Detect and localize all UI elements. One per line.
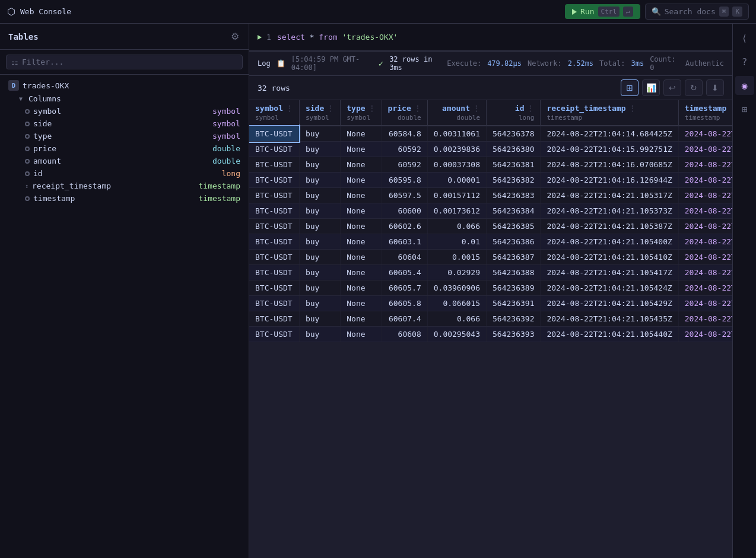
cell-timestamp[interactable]: 2024-08-22T21:04:20.968000Z [678, 296, 732, 311]
cell-amount[interactable]: 0.02929 [427, 265, 486, 280]
cell-amount[interactable]: 0.00173612 [427, 203, 486, 219]
cell-price[interactable]: 60592 [382, 157, 427, 173]
table-row[interactable]: BTC-USDTbuyNone606080.002950435642363932… [249, 327, 732, 342]
download-button[interactable]: ⬇ [706, 79, 724, 96]
cell-type[interactable]: None [341, 234, 382, 250]
cell-receipt-timestamp[interactable]: 2024-08-22T21:04:21.105440Z [541, 327, 678, 342]
cell-amount[interactable]: 0.00239836 [427, 142, 486, 157]
cell-id[interactable]: 564236380 [487, 142, 541, 157]
cell-type[interactable]: None [341, 250, 382, 265]
th-amount[interactable]: amount⋮ double [427, 100, 486, 126]
cell-price[interactable]: 60603.1 [382, 234, 427, 250]
cell-receipt-timestamp[interactable]: 2024-08-22T21:04:16.070685Z [541, 157, 678, 173]
cell-receipt-timestamp[interactable]: 2024-08-22T21:04:15.992751Z [541, 142, 678, 157]
cell-amount[interactable]: 0.066015 [427, 296, 486, 311]
col-item-id[interactable]: id long [0, 167, 249, 180]
help-icon[interactable]: ? [735, 52, 754, 71]
cell-price[interactable]: 60604 [382, 250, 427, 265]
cell-symbol[interactable]: BTC-USDT [249, 203, 299, 219]
cell-price[interactable]: 60605.8 [382, 296, 427, 311]
cell-type[interactable]: None [341, 203, 382, 219]
cell-type[interactable]: None [341, 126, 382, 142]
cell-id[interactable]: 564236385 [487, 219, 541, 234]
cell-symbol[interactable]: BTC-USDT [249, 296, 299, 311]
col-item-amount[interactable]: amount double [0, 155, 249, 167]
table-row[interactable]: BTC-USDTbuyNone60595.80.0000156423638220… [249, 173, 732, 188]
cell-receipt-timestamp[interactable]: 2024-08-22T21:04:14.684425Z [541, 126, 678, 142]
columns-section[interactable]: ▼ Columns [0, 93, 249, 105]
cell-timestamp[interactable]: 2024-08-22T21:04:14.555000Z [678, 126, 732, 142]
col-item-type[interactable]: type symbol [0, 130, 249, 142]
run-button[interactable]: Run Ctrl ↵ [565, 4, 640, 19]
settings-button[interactable]: ⚙ [230, 30, 240, 43]
cell-symbol[interactable]: BTC-USDT [249, 219, 299, 234]
query-icon[interactable]: ◉ [735, 76, 754, 95]
cell-id[interactable]: 564236387 [487, 250, 541, 265]
table-row[interactable]: BTC-USDTbuyNone60584.80.0031106156423637… [249, 126, 732, 142]
cell-receipt-timestamp[interactable]: 2024-08-22T21:04:21.105400Z [541, 234, 678, 250]
grid-view-button[interactable]: ⊞ [621, 79, 639, 96]
cell-symbol[interactable]: BTC-USDT [249, 327, 299, 342]
cell-side[interactable]: buy [299, 250, 340, 265]
cell-timestamp[interactable]: 2024-08-22T21:04:20.968000Z [678, 234, 732, 250]
cell-side[interactable]: buy [299, 203, 340, 219]
cell-side[interactable]: buy [299, 173, 340, 188]
cell-price[interactable]: 60584.8 [382, 126, 427, 142]
cell-amount[interactable]: 0.066 [427, 219, 486, 234]
cell-id[interactable]: 564236392 [487, 311, 541, 327]
search-docs-button[interactable]: 🔍 Search docs ⌘ K [645, 4, 749, 20]
cell-symbol[interactable]: BTC-USDT [249, 157, 299, 173]
cell-symbol[interactable]: BTC-USDT [249, 311, 299, 327]
cell-price[interactable]: 60605.4 [382, 265, 427, 280]
cell-timestamp[interactable]: 2024-08-22T21:04:15.940999Z [678, 157, 732, 173]
col-item-side[interactable]: side symbol [0, 117, 249, 130]
table-row[interactable]: BTC-USDTbuyNone60597.50.0015711256423638… [249, 188, 732, 203]
cell-receipt-timestamp[interactable]: 2024-08-22T21:04:21.105410Z [541, 250, 678, 265]
th-symbol[interactable]: symbol⋮ symbol [249, 100, 299, 126]
th-side[interactable]: side⋮ symbol [299, 100, 340, 126]
cell-amount[interactable]: 0.0015 [427, 250, 486, 265]
cell-amount[interactable]: 0.00295043 [427, 327, 486, 342]
th-type[interactable]: type⋮ symbol [341, 100, 382, 126]
cell-id[interactable]: 564236383 [487, 188, 541, 203]
cell-id[interactable]: 564236389 [487, 280, 541, 296]
cell-amount[interactable]: 0.00157112 [427, 188, 486, 203]
table-row[interactable]: BTC-USDTbuyNone60605.80.0660155642363912… [249, 296, 732, 311]
cell-timestamp[interactable]: 2024-08-22T21:04:20.968000Z [678, 280, 732, 296]
col-item-price[interactable]: price double [0, 142, 249, 155]
cell-symbol[interactable]: BTC-USDT [249, 250, 299, 265]
cell-price[interactable]: 60605.7 [382, 280, 427, 296]
cell-timestamp[interactable]: 2024-08-22T21:04:20.968000Z [678, 265, 732, 280]
cell-side[interactable]: buy [299, 142, 340, 157]
th-receipt-timestamp[interactable]: receipt_timestamp⋮ timestamp [541, 100, 678, 126]
cell-side[interactable]: buy [299, 296, 340, 311]
table-row[interactable]: BTC-USDTbuyNone606040.00155642363872024-… [249, 250, 732, 265]
cell-type[interactable]: None [341, 142, 382, 157]
cell-side[interactable]: buy [299, 280, 340, 296]
cell-amount[interactable]: 0.066 [427, 311, 486, 327]
table-row[interactable]: BTC-USDTbuyNone60603.10.015642363862024-… [249, 234, 732, 250]
cell-side[interactable]: buy [299, 234, 340, 250]
cell-timestamp[interactable]: 2024-08-22T21:04:20.968000Z [678, 311, 732, 327]
th-timestamp[interactable]: timestamp⋮ timestamp [678, 100, 732, 126]
cell-amount[interactable]: 0.03960906 [427, 280, 486, 296]
cell-price[interactable]: 60602.6 [382, 219, 427, 234]
cell-timestamp[interactable]: 2024-08-22T21:04:20.968000Z [678, 327, 732, 342]
table-row[interactable]: BTC-USDTbuyNone605920.002398365642363802… [249, 142, 732, 157]
cell-symbol[interactable]: BTC-USDT [249, 126, 299, 142]
cell-amount[interactable]: 0.01 [427, 234, 486, 250]
cell-id[interactable]: 564236393 [487, 327, 541, 342]
cell-type[interactable]: None [341, 296, 382, 311]
table-item-trades-okx[interactable]: D trades-OKX [0, 78, 249, 93]
cell-price[interactable]: 60595.8 [382, 173, 427, 188]
cell-amount[interactable]: 0.00311061 [427, 126, 486, 142]
th-price[interactable]: price⋮ double [382, 100, 427, 126]
cell-type[interactable]: None [341, 157, 382, 173]
cell-receipt-timestamp[interactable]: 2024-08-22T21:04:16.126944Z [541, 173, 678, 188]
col-item-receipt-timestamp[interactable]: ↕ receipt_timestamp timestamp [0, 180, 249, 192]
cell-symbol[interactable]: BTC-USDT [249, 173, 299, 188]
cell-side[interactable]: buy [299, 265, 340, 280]
collapse-icon[interactable]: ⟨ [735, 28, 754, 47]
cell-symbol[interactable]: BTC-USDT [249, 188, 299, 203]
cell-price[interactable]: 60608 [382, 327, 427, 342]
